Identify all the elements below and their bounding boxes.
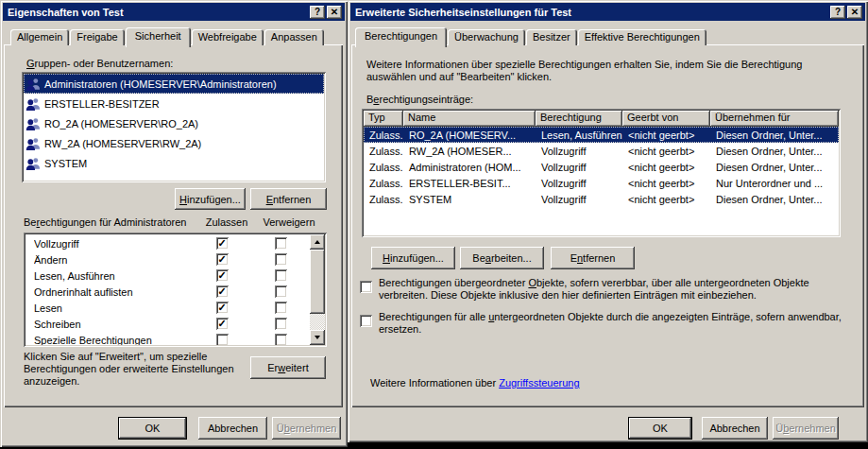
permission-entries-table: TypNameBerechtigungGeerbt vonÜbernehmen …	[362, 109, 841, 237]
entry-inherited-from: <nicht geerbt>	[622, 162, 710, 173]
remove-button[interactable]: Entfernen	[250, 188, 327, 210]
permission-name: Vollzugriff	[34, 238, 193, 250]
permission-entry-row[interactable]: Zulass... ERSTELLER-BESIT... Vollzugriff…	[364, 175, 839, 191]
access-control-link[interactable]: Zugriffssteuerung	[499, 377, 579, 389]
help-button[interactable]: ?	[830, 6, 845, 19]
permission-entry-row[interactable]: Zulass... RW_2A (HOMESER... Vollzugriff …	[364, 143, 839, 159]
permission-name: Ordnerinhalt auflisten	[34, 286, 193, 298]
allow-checkbox[interactable]	[216, 334, 229, 345]
ok-button[interactable]: OK	[628, 417, 692, 440]
scrollbar-thumb[interactable]	[310, 250, 325, 314]
tab-webfreigabe[interactable]: Webfreigabe	[192, 29, 264, 45]
permission-name: Lesen, Ausführen	[34, 270, 193, 282]
allow-checkbox[interactable]: ✓	[216, 302, 229, 314]
permission-row: Ordnerinhalt auflisten ✓	[26, 284, 310, 300]
apply-button: Übernehmen	[272, 417, 341, 440]
entry-type: Zulass...	[364, 194, 403, 205]
scroll-down-icon[interactable]	[310, 330, 325, 345]
permission-entry-row[interactable]: Zulass... Administratoren (HOM... Vollzu…	[364, 159, 839, 175]
allow-checkbox[interactable]: ✓	[216, 253, 229, 266]
inherit-checkbox-label[interactable]: Berechtigungen übergeordneter Objekte, s…	[379, 277, 850, 302]
scrollbar[interactable]	[310, 234, 325, 345]
user-name: Administratoren (HOMESERVER\Administrato…	[44, 78, 277, 90]
entry-permission: Vollzugriff	[536, 178, 622, 189]
close-button[interactable]: ✕	[847, 6, 862, 19]
allow-checkbox[interactable]: ✓	[216, 318, 229, 330]
user-list-item[interactable]: RO_2A (HOMESERVER\RO_2A)	[24, 113, 324, 133]
ok-button[interactable]: OK	[118, 417, 187, 440]
allow-checkbox[interactable]: ✓	[216, 269, 229, 282]
scroll-up-icon[interactable]	[310, 234, 325, 250]
tab-effektive-berechtigungen[interactable]: Effektive Berechtigungen	[578, 29, 706, 45]
table-body: Zulass... RO_2A (HOMESERV... Lesen, Ausf…	[364, 127, 839, 235]
user-name: RW_2A (HOMESERVER\RW_2A)	[44, 138, 201, 149]
checkmark-icon: ✓	[217, 318, 226, 329]
tab-anpassen[interactable]: Anpassen	[264, 29, 324, 45]
help-button[interactable]: ?	[310, 6, 325, 19]
checkmark-icon: ✓	[217, 253, 226, 265]
deny-checkbox[interactable]	[275, 269, 287, 282]
advanced-security-dialog: Erweiterte Sicherheitseinstellungen für …	[348, 0, 868, 442]
tab-allgemein[interactable]: Allgemein	[10, 29, 69, 45]
checkmark-icon: ✓	[217, 237, 226, 249]
deny-checkbox[interactable]	[275, 302, 287, 314]
permissions-for-label: Berechtigungen für Administratoren	[24, 216, 186, 228]
user-list-item[interactable]: ERSTELLER-BESITZER	[24, 94, 324, 113]
column-header-geerbt-von[interactable]: Geerbt von	[622, 111, 710, 127]
entry-type: Zulass...	[364, 162, 403, 173]
deny-checkbox[interactable]	[275, 334, 287, 345]
deny-checkbox[interactable]	[275, 253, 287, 266]
titlebar[interactable]: Erweiterte Sicherheitseinstellungen für …	[350, 3, 865, 21]
footer-text: Weitere Informationen über Zugriffssteue…	[370, 377, 580, 389]
allow-checkbox[interactable]: ✓	[216, 285, 229, 298]
advanced-button[interactable]: Erweitert	[250, 356, 326, 379]
entry-type: Zulass...	[364, 130, 403, 141]
entry-apply-to: Diesen Ordner, Unter...	[710, 162, 839, 173]
permission-entry-row[interactable]: Zulass... RO_2A (HOMESERV... Lesen, Ausf…	[364, 127, 839, 143]
entry-inherited-from: <nicht geerbt>	[622, 178, 710, 189]
tab-sicherheit[interactable]: Sicherheit	[126, 27, 191, 47]
cancel-button[interactable]: Abbrechen	[198, 417, 267, 440]
cancel-button[interactable]: Abbrechen	[702, 417, 768, 440]
deny-checkbox[interactable]	[275, 318, 287, 330]
column-header-name[interactable]: Name	[403, 111, 536, 127]
properties-dialog: Eigenschaften von Test ? ✕ AllgemeinFrei…	[0, 0, 348, 447]
tab-besitzer[interactable]: Besitzer	[526, 29, 577, 45]
tab-freigabe[interactable]: Freigabe	[70, 29, 124, 45]
remove-button[interactable]: Entfernen	[551, 247, 635, 269]
replace-checkbox[interactable]	[360, 315, 372, 327]
entry-inherited-from: <nicht geerbt>	[622, 146, 710, 157]
user-list-item[interactable]: SYSTEM	[24, 153, 324, 173]
allow-checkbox[interactable]: ✓	[216, 237, 229, 250]
entry-type: Zulass...	[364, 146, 403, 157]
entry-name: Administratoren (HOM...	[403, 162, 536, 173]
tab-überwachung[interactable]: Überwachung	[448, 29, 525, 45]
edit-button[interactable]: Bearbeiten...	[460, 247, 544, 269]
column-header-berechtigung[interactable]: Berechtigung	[536, 111, 622, 127]
permission-row: Ändern ✓	[26, 251, 310, 268]
tab-strip: BerechtigungenÜberwachungBesitzerEffekti…	[355, 26, 707, 47]
user-list-item[interactable]: Administratoren (HOMESERVER\Administrato…	[24, 74, 324, 94]
group-user-list[interactable]: Administratoren (HOMESERVER\Administrato…	[22, 72, 326, 182]
deny-checkbox[interactable]	[275, 237, 287, 250]
add-button[interactable]: Hinzufügen...	[175, 188, 246, 210]
close-button[interactable]: ✕	[327, 6, 342, 19]
user-group-icon	[26, 77, 41, 92]
advanced-note-text: Klicken Sie auf "Erweitert", um speziell…	[24, 351, 250, 388]
user-list-item[interactable]: RW_2A (HOMESERVER\RW_2A)	[24, 133, 324, 153]
column-header-typ[interactable]: Typ	[364, 111, 403, 127]
add-button[interactable]: Hinzufügen...	[371, 247, 455, 269]
permission-row: Lesen ✓	[26, 300, 310, 316]
permission-entry-row[interactable]: Zulass... SYSTEM Vollzugriff <nicht geer…	[364, 191, 839, 207]
deny-checkbox[interactable]	[275, 285, 287, 298]
titlebar[interactable]: Eigenschaften von Test ? ✕	[3, 3, 345, 21]
column-header-übernehmen-für[interactable]: Übernehmen für	[710, 111, 839, 127]
replace-checkbox-label[interactable]: Berechtigungen für alle untergeordneten …	[379, 311, 850, 336]
permission-row: Lesen, Ausführen ✓	[26, 268, 310, 284]
tab-berechtigungen[interactable]: Berechtigungen	[355, 27, 447, 47]
user-name: ERSTELLER-BESITZER	[44, 98, 160, 110]
permission-row: Schreiben ✓	[26, 316, 310, 332]
permission-name: Ändern	[34, 254, 193, 266]
inherit-checkbox[interactable]	[360, 281, 372, 293]
user-group-icon	[26, 136, 41, 151]
